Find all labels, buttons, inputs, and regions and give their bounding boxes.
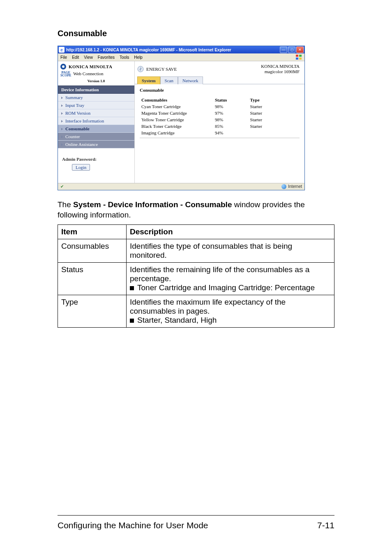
ie-app-icon: e <box>59 47 65 53</box>
device-name: KONICA MINOLTA magicolor 1690MF <box>261 64 300 74</box>
sidebar-item-input-tray[interactable]: Input Tray <box>58 102 134 109</box>
sidebar: KONICA MINOLTA PAGESCOPE Web Connection … <box>58 61 135 183</box>
ie-title-text: http://192.168.1.2 - KONICA MINOLTA magi… <box>66 48 231 52</box>
svg-rect-3 <box>299 58 302 60</box>
footer-rule <box>58 515 334 516</box>
col-consumables: Consumables <box>140 97 213 103</box>
table-row: Magenta Toner Cartridge97%Starter <box>140 110 300 116</box>
col-type: Type <box>249 97 300 103</box>
sidebar-bottom: Admin Password: Login <box>58 148 134 183</box>
svg-rect-0 <box>296 55 298 57</box>
sidebar-item-online-assistance[interactable]: Online Assistance <box>58 141 134 148</box>
energy-save-icon <box>137 66 144 72</box>
page-content: KONICA MINOLTA PAGESCOPE Web Connection … <box>58 61 304 183</box>
pagescope-row: PAGESCOPE Web Connection <box>58 70 134 78</box>
sidebar-item-consumable[interactable]: Consumable <box>58 125 134 133</box>
doc-col-item: Item <box>58 224 127 239</box>
page-footer: Configuring the Machine for User Mode 7-… <box>58 520 334 530</box>
panel: Consumable Consumables Status Type Cyan … <box>135 84 304 146</box>
energy-label: ENERGY SAVE <box>146 67 177 72</box>
footer-page-number: 7-11 <box>317 520 334 530</box>
table-row: Type Identifies the maximum life expecta… <box>58 295 334 327</box>
main-panel: ENERGY SAVE KONICA MINOLTA magicolor 169… <box>135 61 304 183</box>
footer-section-title: Configuring the Machine for User Mode <box>58 520 208 530</box>
sidebar-item-interface-info[interactable]: Interface Information <box>58 117 134 125</box>
menu-favorites[interactable]: Favorites <box>98 55 115 60</box>
windows-flag-icon <box>295 54 302 60</box>
sidebar-item-rom-version[interactable]: ROM Version <box>58 109 134 117</box>
tab-scan[interactable]: Scan <box>160 76 178 84</box>
pagescope-label: Web Connection <box>73 71 103 76</box>
table-row: Imaging Cartridge94% <box>140 130 300 138</box>
table-row: Status Identifies the remaining life of … <box>58 262 334 295</box>
version-label: Version 1.0 <box>58 78 134 86</box>
body-paragraph: The System - Device Information - Consum… <box>58 199 334 220</box>
table-row: Black Toner Cartridge85%Starter <box>140 123 300 130</box>
device-brand: KONICA MINOLTA <box>261 64 300 69</box>
sidebar-item-counter[interactable]: Counter <box>58 133 134 141</box>
consumables-table: Consumables Status Type Cyan Toner Cartr… <box>140 97 300 138</box>
brand-text: KONICA MINOLTA <box>69 64 112 69</box>
pagescope-logo-text: PAGESCOPE <box>60 71 71 77</box>
table-row: Cyan Toner Cartridge98%Starter <box>140 103 300 110</box>
device-model: magicolor 1690MF <box>265 69 300 74</box>
menu-file[interactable]: File <box>60 55 67 60</box>
ie-titlebar: e http://192.168.1.2 - KONICA MINOLTA ma… <box>58 46 304 53</box>
minimize-button[interactable]: — <box>280 46 287 53</box>
menu-edit[interactable]: Edit <box>72 55 79 60</box>
section-heading: Consumable <box>58 29 334 38</box>
ie-statusbar: ✔ Internet <box>58 183 304 190</box>
bullet-icon <box>130 319 134 323</box>
col-status: Status <box>213 97 249 103</box>
description-table: Item Description Consumables Identifies … <box>58 224 334 328</box>
energy-status: ENERGY SAVE <box>137 66 177 72</box>
window-buttons: — ◻ ✕ <box>280 46 304 53</box>
tab-network[interactable]: Network <box>178 76 203 84</box>
ie-menubar: File Edit View Favorites Tools Help <box>58 53 304 61</box>
svg-rect-2 <box>296 58 298 60</box>
nav-group-device-info[interactable]: Device Information <box>58 86 134 94</box>
doc-col-desc: Description <box>127 224 334 239</box>
ie-window: e http://192.168.1.2 - KONICA MINOLTA ma… <box>58 46 305 190</box>
svg-rect-1 <box>299 55 302 57</box>
sidebar-item-summary[interactable]: Summary <box>58 94 134 102</box>
menu-help[interactable]: Help <box>134 55 143 60</box>
admin-password-label: Admin Password: <box>62 157 130 162</box>
menu-tools[interactable]: Tools <box>120 55 129 60</box>
tab-bar: System Scan Network <box>135 76 304 84</box>
brand-row: KONICA MINOLTA <box>58 61 134 70</box>
table-row: Consumables Identifies the type of consu… <box>58 239 334 262</box>
close-button[interactable]: ✕ <box>296 46 304 53</box>
done-icon: ✔ <box>60 184 64 189</box>
menu-view[interactable]: View <box>84 55 93 60</box>
maximize-button[interactable]: ◻ <box>288 46 295 53</box>
internet-zone-label: Internet <box>288 184 302 189</box>
table-row: Yellow Toner Cartridge98%Starter <box>140 116 300 123</box>
panel-title: Consumable <box>140 88 300 92</box>
bullet-icon <box>130 286 134 290</box>
tab-system[interactable]: System <box>137 76 160 84</box>
brand-logo-icon <box>60 64 66 69</box>
internet-zone-icon <box>281 184 286 189</box>
login-button[interactable]: Login <box>72 164 90 171</box>
